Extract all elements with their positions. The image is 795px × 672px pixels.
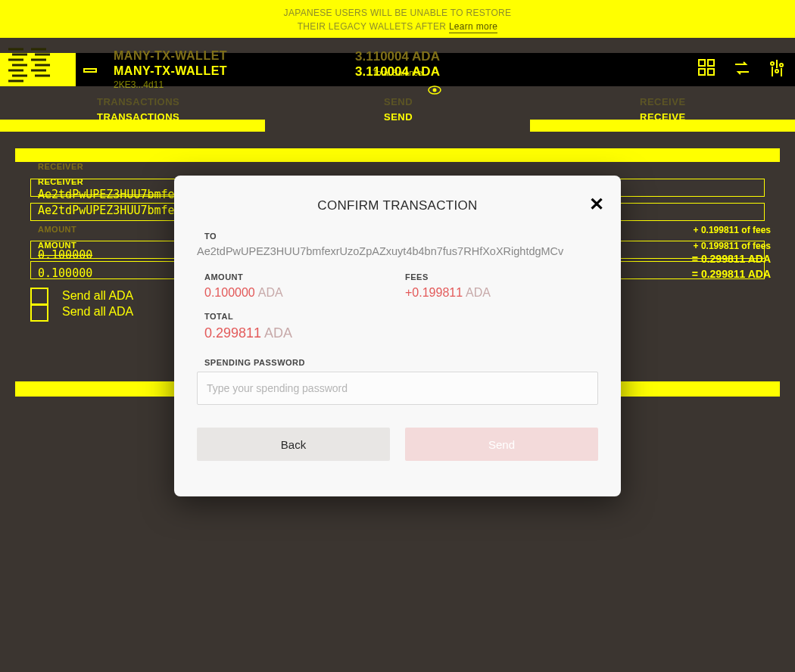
- to-label: TO: [204, 232, 598, 241]
- fees-label: FEES: [405, 272, 598, 282]
- amount-value: 0.100000ADA: [204, 286, 398, 300]
- spending-password-label: SPENDING PASSWORD: [204, 358, 598, 367]
- total-value: 0.299811ADA: [204, 325, 598, 341]
- modal-title: CONFIRM TRANSACTION: [197, 198, 598, 213]
- confirm-transaction-modal: CONFIRM TRANSACTION ✕ TO Ae2tdPwUPEZ3HUU…: [174, 176, 621, 496]
- close-icon[interactable]: ✕: [589, 195, 604, 213]
- send-button[interactable]: Send: [405, 428, 598, 461]
- fees-value: +0.199811ADA: [405, 286, 598, 300]
- spending-password-input[interactable]: [197, 372, 598, 405]
- modal-overlay: CONFIRM TRANSACTION ✕ TO Ae2tdPwUPEZ3HUU…: [0, 0, 795, 672]
- to-address: Ae2tdPwUPEZ3HUU7bmfexrUzoZpAZxuyt4b4bn7f…: [197, 245, 598, 257]
- amount-label: AMOUNT: [204, 272, 398, 282]
- back-button[interactable]: Back: [197, 428, 390, 461]
- total-label: TOTAL: [204, 312, 598, 321]
